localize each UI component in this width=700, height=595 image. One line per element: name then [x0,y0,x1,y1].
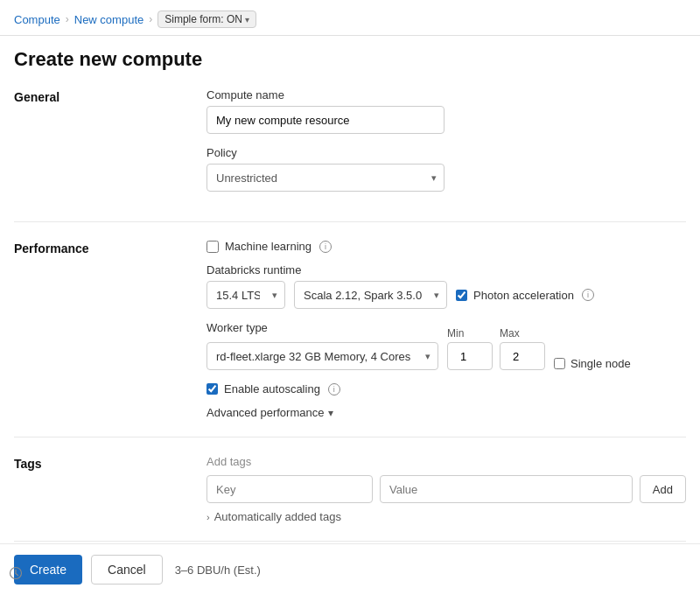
tag-value-input[interactable] [380,475,633,503]
tags-input-row: Add [206,475,686,503]
single-node-row: Single node [554,341,631,370]
advanced-performance-chevron-icon: ▾ [328,407,333,419]
databricks-runtime-group: Databricks runtime 15.4 LTS ▾ Scala 2.12… [206,263,686,309]
footer: Create Cancel 3–6 DBU/h (Est.) [0,543,700,595]
create-button[interactable]: Create [14,555,82,584]
tag-key-input[interactable] [206,475,373,503]
machine-learning-label: Machine learning [225,240,312,253]
photon-checkbox[interactable] [456,290,467,301]
max-item: Max [500,327,545,370]
photon-label: Photon acceleration [473,289,574,302]
tags-section: Tags Add tags Add › Automatically added … [14,438,686,542]
add-tags-label: Add tags [206,455,686,468]
compute-name-label: Compute name [206,88,686,102]
performance-label: Performance [14,240,206,419]
machine-learning-checkbox[interactable] [206,241,219,253]
databricks-runtime-label: Databricks runtime [206,263,686,276]
cost-estimate: 3–6 DBU/h (Est.) [175,564,261,577]
general-label: General [14,88,206,204]
runtime-scala-select[interactable]: Scala 2.12, Spark 3.5.0 [294,281,447,309]
top-bar: Compute › New compute › Simple form: ON … [0,0,700,36]
breadcrumb-compute[interactable]: Compute [14,13,60,26]
policy-group: Policy Unrestricted Standard Power User … [206,146,686,192]
runtime-version-select[interactable]: 15.4 LTS [206,281,285,309]
breadcrumb-sep-1: › [66,13,69,25]
general-section: General Compute name Policy Unrestricted… [14,71,686,222]
photon-info-icon[interactable]: i [582,289,594,301]
clock-icon [9,566,23,583]
autoscaling-checkbox[interactable] [206,383,218,395]
machine-learning-info-icon[interactable]: i [319,241,332,253]
auto-tags-toggle[interactable]: › Automatically added tags [206,510,686,523]
runtime-version-wrapper: 15.4 LTS ▾ [206,281,285,309]
worker-select-wrapper: rd-fleet.xlarge 32 GB Memory, 4 Cores ▾ [206,342,438,370]
page-title: Create new compute [0,36,700,71]
max-input[interactable] [500,342,545,370]
autoscaling-row: Enable autoscaling i [206,382,686,396]
policy-label: Policy [206,146,686,159]
tags-content: Add tags Add › Automatically added tags [206,455,686,523]
min-item: Min [447,327,493,370]
tags-label: Tags [14,455,206,523]
policy-select-wrapper: Unrestricted Standard Power User ▾ [206,164,444,192]
breadcrumb-sep-2: › [149,13,152,25]
performance-content: Machine learning i Databricks runtime 15… [206,240,686,419]
cancel-button[interactable]: Cancel [91,555,163,584]
auto-tags-label: Automatically added tags [214,510,341,523]
svg-line-2 [16,574,18,576]
advanced-performance-label: Advanced performance [206,406,324,419]
performance-section: Performance Machine learning i Databrick… [14,222,686,438]
max-label: Max [500,327,545,340]
autoscaling-info-icon[interactable]: i [328,383,340,396]
add-tag-button[interactable]: Add [640,475,686,503]
worker-select[interactable]: rd-fleet.xlarge 32 GB Memory, 4 Cores [206,342,438,370]
autoscaling-label: Enable autoscaling [224,382,320,396]
machine-learning-row: Machine learning i [206,240,686,253]
runtime-row: 15.4 LTS ▾ Scala 2.12, Spark 3.5.0 ▾ Pho… [206,281,686,309]
worker-type-group: Worker type rd-fleet.xlarge 32 GB Memory… [206,321,686,370]
breadcrumb-new-compute[interactable]: New compute [74,13,144,26]
compute-name-group: Compute name [206,88,686,134]
min-label: Min [447,327,493,340]
policy-select[interactable]: Unrestricted Standard Power User [206,164,444,192]
general-content: Compute name Policy Unrestricted Standar… [206,88,686,204]
advanced-performance-toggle[interactable]: Advanced performance ▾ [206,406,686,419]
simple-form-toggle[interactable]: Simple form: ON ▾ [158,10,256,28]
single-node-checkbox[interactable] [554,358,565,369]
min-max-group: Min Max [447,327,545,370]
runtime-scala-wrapper: Scala 2.12, Spark 3.5.0 ▾ [294,281,447,309]
simple-form-chevron-icon: ▾ [245,15,249,24]
worker-type-label: Worker type [206,321,438,334]
worker-row: Worker type rd-fleet.xlarge 32 GB Memory… [206,321,686,370]
breadcrumb: Compute › New compute › Simple form: ON … [14,10,686,28]
auto-tags-chevron-icon: › [206,512,210,522]
compute-name-input[interactable] [206,106,444,134]
main-content: General Compute name Policy Unrestricted… [0,71,700,589]
min-input[interactable] [447,342,493,370]
photon-row: Photon acceleration i [456,289,594,302]
single-node-label: Single node [570,357,631,370]
